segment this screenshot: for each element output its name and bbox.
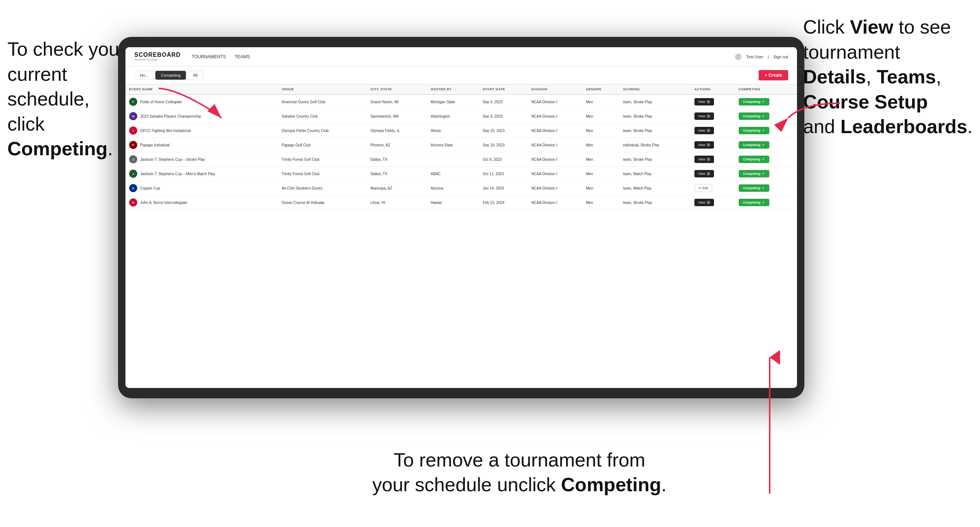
td-event-name: H John A. Burns Intercollegiate (126, 195, 278, 210)
th-city-state: CITY, STATE (367, 84, 427, 94)
competing-button[interactable]: Competing ✓ (739, 184, 769, 192)
table-row: I OFCC Fighting Illini Invitational Olym… (126, 124, 797, 138)
filter-tabs: Ho... Competing All (134, 71, 203, 80)
th-actions: ACTIONS (691, 84, 735, 94)
check-icon: ✓ (762, 186, 765, 190)
view-button[interactable]: View i (694, 98, 714, 105)
event-name-text: OFCC Fighting Illini Invitational (140, 129, 191, 133)
competing-button[interactable]: Competing ✓ (739, 156, 769, 163)
td-hosted-by (427, 152, 479, 167)
td-event-name: A Copper Cup (126, 181, 278, 195)
info-icon: i (706, 157, 710, 161)
annotation-right-line1: Click View to see (803, 16, 951, 38)
annotation-bottom: To remove a tournament from your schedul… (372, 448, 667, 497)
td-event-name: P Papago Individual (126, 138, 278, 152)
td-venue: Ocean Course At Hokuala (278, 195, 367, 210)
td-start-date: Sep 4, 2023 (479, 94, 528, 109)
table-container: EVENT NAME VENUE CITY, STATE HOSTED BY S… (126, 84, 797, 388)
td-competing: Competing ✓ (735, 167, 797, 181)
view-button[interactable]: View i (694, 170, 714, 178)
td-scoring: individual, Stroke Play (619, 138, 690, 152)
view-button[interactable]: View i (694, 113, 714, 120)
info-icon: i (706, 114, 710, 118)
td-division: NCAA Division I (528, 124, 582, 138)
table-row: H John A. Burns Intercollegiate Ocean Co… (126, 195, 797, 210)
competing-button[interactable]: Competing ✓ (739, 141, 769, 149)
team-logo: I (129, 127, 137, 135)
td-start-date: Feb 15, 2024 (479, 195, 528, 210)
tab-competing[interactable]: Competing (155, 71, 186, 80)
scoreboard-logo: SCOREBOARD Powered by clippi (134, 52, 181, 61)
td-event-name: J Jackson T. Stephens Cup – Men's Match … (126, 167, 278, 181)
td-start-date: Sep 9, 2023 (479, 109, 528, 124)
event-name-text: Copper Cup (140, 186, 160, 190)
check-icon: ✓ (762, 129, 765, 132)
td-gender: Men (582, 109, 619, 124)
td-hosted-by: Washington (427, 109, 479, 124)
navbar: SCOREBOARD Powered by clippi TOURNAMENTS… (126, 47, 797, 67)
td-hosted-by: Michigan State (427, 94, 479, 109)
td-venue: Trinity Forest Golf Club (278, 167, 367, 181)
td-division: NCAA Division I (528, 195, 582, 210)
logo-title: SCOREBOARD (134, 52, 181, 58)
td-gender: Men (582, 195, 619, 210)
nav-separator: | (768, 55, 769, 59)
event-name-text: John A. Burns Intercollegiate (140, 201, 187, 205)
info-icon: i (706, 143, 710, 147)
th-division: DIVISION (528, 84, 582, 94)
edit-button[interactable]: ✏ Edit (694, 184, 712, 192)
view-button[interactable]: View i (694, 141, 714, 149)
td-city-state: Olympia Fields, IL (367, 124, 427, 138)
team-logo: W (129, 112, 137, 120)
td-division: NCAA Division I (528, 94, 582, 109)
td-start-date: Sep 18, 2023 (479, 138, 528, 152)
tab-all[interactable]: All (188, 71, 203, 80)
competing-button[interactable]: Competing ✓ (739, 98, 769, 105)
info-icon: i (706, 201, 710, 204)
td-division: NCAA Division I (528, 138, 582, 152)
table-row: A Copper Cup Ak-Chin Southern DunesMaric… (126, 181, 797, 195)
annotation-left-line1: To check your (7, 38, 126, 60)
create-button[interactable]: + Create (759, 70, 788, 80)
td-competing: Competing ✓ (735, 195, 797, 210)
info-icon: i (706, 129, 710, 132)
td-gender: Men (582, 181, 619, 195)
td-hosted-by: Hawaii (427, 195, 479, 210)
annotation-right-leaderboards: Leaderboards (840, 116, 967, 137)
td-start-date: Oct 11, 2023 (479, 167, 528, 181)
table-row: J Jackson T. Stephens Cup – Men's Match … (126, 167, 797, 181)
th-hosted-by: HOSTED BY (427, 84, 479, 94)
th-venue: VENUE (278, 84, 367, 94)
th-scoring: SCORING (619, 84, 690, 94)
user-icon (735, 54, 741, 60)
td-actions: View i (691, 138, 735, 152)
competing-button[interactable]: Competing ✓ (739, 170, 769, 178)
view-button[interactable]: View i (694, 156, 714, 163)
tab-home[interactable]: Ho... (134, 71, 154, 80)
td-venue: Ak-Chin Southern Dunes (278, 181, 367, 195)
view-button[interactable]: View i (694, 199, 714, 206)
td-division: NCAA Division I (528, 167, 582, 181)
table-row: P Papago Individual Papago Golf ClubPhoe… (126, 138, 797, 152)
annotation-left-line3: click Competing. (7, 113, 113, 160)
annotation-bottom-competing: Competing (561, 474, 662, 495)
competing-button[interactable]: Competing ✓ (739, 199, 769, 206)
nav-links: TOURNAMENTS TEAMS (192, 54, 735, 59)
td-actions: View i (691, 124, 735, 138)
td-hosted-by: ABAC (427, 167, 479, 181)
competing-button[interactable]: Competing ✓ (739, 127, 769, 134)
annotation-bottom-line1: To remove a tournament from (394, 449, 645, 471)
td-start-date: Oct 9, 2023 (479, 152, 528, 167)
td-venue: American Dunes Golf Club (278, 94, 367, 109)
view-button[interactable]: View i (694, 127, 714, 134)
nav-link-teams[interactable]: TEAMS (235, 54, 250, 59)
td-city-state: Phoenix, AZ (367, 138, 427, 152)
event-name-text: Papago Individual (140, 143, 170, 147)
annotation-right-line2: tournament (803, 41, 900, 63)
table-row: J Jackson T. Stephens Cup – Stroke Play … (126, 152, 797, 167)
competing-button[interactable]: Competing ✓ (739, 113, 769, 120)
nav-link-tournaments[interactable]: TOURNAMENTS (192, 54, 226, 59)
event-name-text: Jackson T. Stephens Cup – Stroke Play (140, 157, 205, 162)
annotation-right-details: Details (803, 66, 866, 87)
sign-out-link[interactable]: Sign out (773, 55, 788, 59)
